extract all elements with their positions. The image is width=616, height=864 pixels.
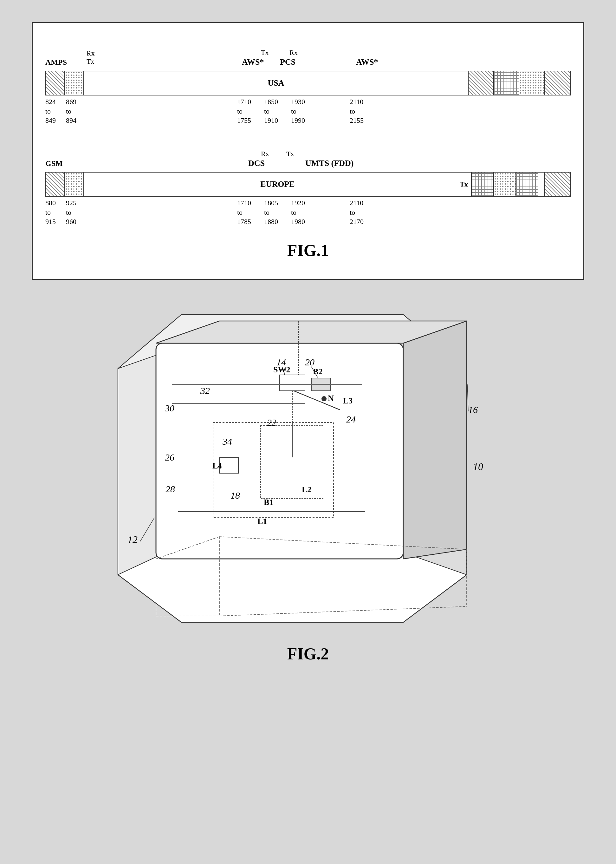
fig1-title: FIG.1 — [46, 241, 570, 260]
usa-section: AMPS Rx Tx Tx Rx AWS* PCS AWS* — [46, 49, 570, 121]
europe-freq-bar: EUROPE Tx ←Rx — [46, 172, 570, 197]
rx-label-amps: Rx — [86, 49, 95, 57]
svg-text:N: N — [328, 393, 334, 403]
aws-right-label: AWS* — [356, 57, 378, 67]
usa-freq-numbers: 824 to 849 869 to 894 1710 to 1755 — [46, 96, 570, 121]
svg-text:16: 16 — [468, 404, 478, 415]
umts-label: UMTS (FDD) — [305, 159, 354, 168]
svg-text:34: 34 — [222, 436, 232, 447]
svg-text:22: 22 — [267, 417, 277, 428]
fig1-diagram: AMPS Rx Tx Tx Rx AWS* PCS AWS* — [32, 22, 584, 280]
usa-freq-bar: USA — [46, 71, 570, 96]
svg-rect-20 — [280, 375, 305, 391]
freq-1710-usa: 1710 to 1755 — [237, 97, 251, 125]
freq-1710-eur: 1710 to 1785 — [237, 198, 251, 227]
svg-text:12: 12 — [127, 534, 138, 545]
seg-gsm-tx — [46, 173, 65, 196]
svg-marker-6 — [403, 321, 467, 559]
dcs-label: DCS — [248, 159, 265, 168]
device-drawing: 10 12 14 16 18 20 22 — [102, 289, 514, 638]
freq-824: 824 to 849 — [46, 97, 56, 125]
freq-2110-usa: 2110 to 2155 — [350, 97, 364, 125]
tx-inline-europe: Tx — [460, 180, 468, 189]
seg-aws-right — [545, 71, 570, 95]
usa-label: USA — [267, 78, 284, 88]
fig2-title: FIG.2 — [287, 645, 329, 663]
seg-usa: USA — [84, 71, 468, 95]
seg-rx-gap: ←Rx — [538, 173, 545, 196]
svg-text:10: 10 — [473, 461, 483, 472]
rx-top-label: Rx — [289, 49, 298, 57]
svg-line-52 — [467, 384, 468, 411]
tx-label-amps: Tx — [86, 57, 94, 66]
freq-2110-eur: 2110 to 2170 — [350, 198, 364, 227]
svg-text:L1: L1 — [258, 517, 267, 526]
seg-europe: EUROPE Tx — [84, 173, 472, 196]
aws-label: AWS* — [242, 57, 264, 67]
europe-label: EUROPE — [260, 179, 294, 189]
europe-freq-numbers: 880 to 915 925 to 960 1710 to 1785 — [46, 197, 570, 222]
seg-umts-right — [545, 173, 570, 196]
svg-text:28: 28 — [165, 484, 175, 494]
seg-amps-tx — [65, 71, 84, 95]
freq-1850: 1850 to 1910 — [264, 97, 278, 125]
rx-top-eur: Rx — [261, 150, 269, 158]
seg-dcs-tx — [494, 173, 516, 196]
svg-text:L4: L4 — [212, 461, 222, 471]
pcs-label: PCS — [280, 57, 295, 67]
seg-dcs-rx — [472, 173, 494, 196]
svg-text:SW2: SW2 — [273, 365, 290, 374]
svg-text:L3: L3 — [343, 396, 352, 405]
svg-text:24: 24 — [346, 414, 356, 424]
fig2-diagram: 10 12 14 16 18 20 22 — [32, 289, 584, 663]
freq-1805: 1805 to 1880 — [264, 198, 278, 227]
svg-text:20: 20 — [305, 357, 314, 367]
amps-label: AMPS — [46, 58, 67, 67]
seg-pcs-rx — [494, 71, 519, 95]
seg-umts-tx — [516, 173, 538, 196]
europe-section: GSM Rx Tx DCS UMTS (FDD) EUROPE — [46, 150, 570, 222]
freq-925: 925 to 960 — [66, 198, 76, 227]
gsm-label: GSM — [46, 159, 63, 168]
seg-pcs-tx — [519, 71, 545, 95]
seg-aws-tx — [468, 71, 494, 95]
tx-top-label: Tx — [261, 49, 269, 57]
freq-880: 880 to 915 — [46, 198, 56, 227]
svg-text:L2: L2 — [302, 485, 311, 494]
svg-text:18: 18 — [231, 490, 240, 500]
svg-text:B1: B1 — [264, 498, 273, 507]
svg-text:32: 32 — [200, 386, 210, 396]
svg-text:26: 26 — [165, 452, 174, 463]
svg-point-22 — [322, 396, 327, 401]
freq-1930: 1930 to 1990 — [291, 97, 305, 125]
tx-top-eur: Tx — [286, 150, 294, 158]
seg-gsm-rx — [65, 173, 84, 196]
freq-869: 869 to 894 — [66, 97, 76, 125]
seg-amps-rx — [46, 71, 65, 95]
freq-1920: 1920 to 1980 — [291, 198, 305, 227]
svg-text:30: 30 — [165, 403, 174, 413]
